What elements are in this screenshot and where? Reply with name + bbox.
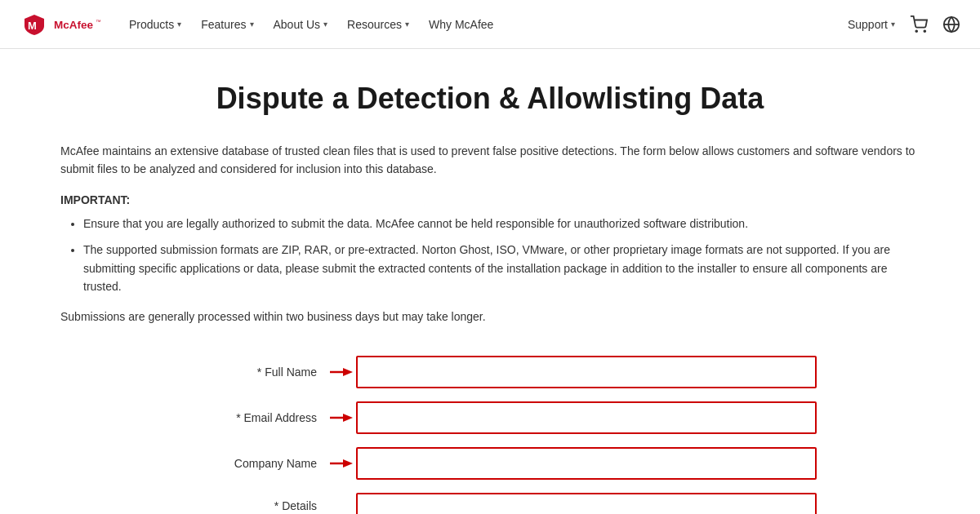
- chevron-down-icon: ▾: [250, 20, 254, 29]
- full-name-row: * Full Name: [163, 356, 817, 388]
- logo-link[interactable]: M McAfee ™: [20, 13, 103, 36]
- svg-text:™: ™: [96, 19, 101, 24]
- full-name-input-col: [356, 356, 817, 388]
- main-content: Dispute a Detection & Allowlisting Data …: [41, 49, 939, 514]
- svg-text:M: M: [28, 20, 37, 32]
- arrow-right-icon: [330, 366, 353, 379]
- nav-links: Products ▾ Features ▾ About Us ▾ Resourc…: [129, 18, 848, 31]
- arrow-right-icon: [330, 411, 353, 424]
- details-label: * Details: [163, 493, 327, 514]
- chevron-down-icon: ▾: [177, 20, 181, 29]
- svg-marker-9: [343, 368, 353, 376]
- page-title: Dispute a Detection & Allowlisting Data: [60, 82, 920, 116]
- email-input-col: [356, 401, 817, 434]
- bullet-item-2: The supported submission formats are ZIP…: [83, 241, 920, 295]
- bullet-item-1: Ensure that you are legally authorized t…: [83, 215, 920, 233]
- svg-point-5: [924, 30, 925, 32]
- svg-marker-11: [343, 414, 353, 422]
- submission-form: * Full Name * Email Address: [163, 356, 817, 514]
- nav-right: Support ▾: [848, 16, 960, 33]
- company-arrow-col: [327, 447, 356, 480]
- full-name-arrow-col: [327, 356, 356, 388]
- nav-about[interactable]: About Us ▾: [274, 18, 328, 31]
- full-name-label: * Full Name: [163, 356, 327, 388]
- details-input-col: ↻: [356, 493, 817, 514]
- globe-icon[interactable]: [942, 16, 960, 33]
- page-description: McAfee maintains an extensive database o…: [60, 142, 920, 179]
- bullet-list: Ensure that you are legally authorized t…: [60, 215, 920, 296]
- cart-icon[interactable]: [910, 16, 928, 33]
- company-input[interactable]: [356, 447, 817, 480]
- svg-text:McAfee: McAfee: [54, 18, 94, 30]
- company-input-col: [356, 447, 817, 480]
- details-row: * Details ↻: [163, 493, 817, 514]
- email-label: * Email Address: [163, 401, 327, 434]
- nav-features[interactable]: Features ▾: [201, 18, 253, 31]
- chevron-down-icon: ▾: [405, 20, 409, 29]
- company-row: Company Name: [163, 447, 817, 480]
- mcafee-wordmark: McAfee ™: [54, 16, 103, 33]
- email-arrow-col: [327, 401, 356, 434]
- details-arrow-col: [327, 493, 356, 514]
- important-label: IMPORTANT:: [60, 193, 920, 206]
- chevron-down-icon: ▾: [891, 20, 895, 29]
- navbar: M McAfee ™ Products ▾ Features ▾ About U…: [0, 0, 980, 49]
- company-label: Company Name: [163, 447, 327, 480]
- arrow-right-icon: [330, 457, 353, 470]
- svg-marker-13: [343, 459, 353, 467]
- svg-point-4: [915, 30, 917, 32]
- nav-support[interactable]: Support ▾: [848, 18, 895, 31]
- email-input[interactable]: [356, 401, 817, 434]
- details-textarea[interactable]: [356, 493, 817, 514]
- email-row: * Email Address: [163, 401, 817, 434]
- processing-note: Submissions are generally processed with…: [60, 310, 920, 323]
- nav-why-mcafee[interactable]: Why McAfee: [429, 18, 493, 31]
- nav-resources[interactable]: Resources ▾: [347, 18, 409, 31]
- mcafee-logo-icon: M: [20, 13, 49, 36]
- nav-products[interactable]: Products ▾: [129, 18, 181, 31]
- chevron-down-icon: ▾: [323, 20, 327, 29]
- full-name-input[interactable]: [356, 356, 817, 388]
